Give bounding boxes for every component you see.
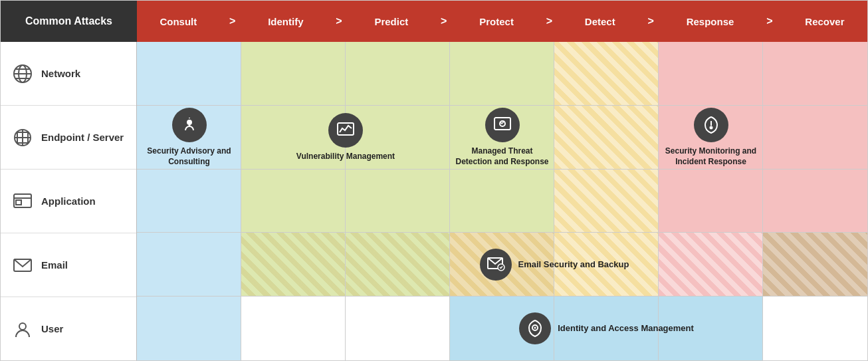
row-label-network: Network	[1, 42, 136, 106]
cell-r5-c1	[137, 297, 241, 360]
cell-r1-c7	[763, 42, 867, 106]
security-advisory-label: Security Advisory and Consulting	[142, 146, 236, 167]
endpoint-label: Endpoint / Server	[41, 132, 124, 143]
service-identity-access[interactable]: Identity and Access Management	[450, 297, 763, 360]
row-label-application: Application	[1, 170, 136, 233]
network-icon	[11, 62, 35, 86]
svg-point-23	[710, 127, 712, 129]
cell-r3-c5	[554, 170, 659, 233]
network-label: Network	[41, 68, 80, 79]
svg-point-16	[19, 323, 26, 330]
phase-predict: Predict	[374, 16, 408, 27]
header-row: Common Attacks Consult > Identify > Pred…	[1, 1, 867, 42]
cell-r4-c7	[763, 233, 867, 297]
vulnerability-mgmt-icon	[328, 113, 363, 148]
security-monitoring-icon	[694, 108, 728, 142]
email-security-icon	[480, 249, 512, 281]
svg-rect-14	[16, 200, 21, 205]
content-area: Network Endpoint / Server	[1, 42, 867, 360]
row-label-email: Email	[1, 233, 136, 297]
row-labels: Network Endpoint / Server	[1, 42, 137, 360]
email-icon	[11, 253, 35, 277]
row-label-user: User	[1, 297, 136, 360]
cell-r5-c7	[763, 297, 867, 360]
svg-point-18	[188, 124, 190, 126]
phase-protect: Protect	[479, 16, 514, 27]
service-security-advisory[interactable]: Security Advisory and Consulting	[137, 42, 241, 233]
grid-wrapper: Security Advisory and Consulting Vulnera…	[137, 42, 867, 360]
user-label: User	[41, 323, 63, 334]
arrow-3: >	[441, 15, 447, 27]
identity-access-icon	[519, 312, 551, 344]
arrow-5: >	[648, 15, 654, 27]
arrow-2: >	[336, 15, 342, 27]
corner-text: Common Attacks	[25, 15, 112, 27]
email-label: Email	[41, 259, 68, 271]
endpoint-icon	[11, 126, 35, 150]
arrow-6: >	[766, 15, 772, 27]
service-vulnerability-mgmt[interactable]: Vulnerability Management	[241, 42, 450, 233]
identity-access-label: Identity and Access Management	[558, 323, 694, 334]
application-label: Application	[41, 195, 96, 207]
user-icon	[11, 317, 35, 341]
svg-point-27	[534, 327, 536, 329]
service-security-monitoring[interactable]: Security Monitoring and Incident Respons…	[659, 42, 763, 233]
cell-r3-c7	[763, 170, 867, 233]
vulnerability-mgmt-label: Vulnerability Management	[296, 152, 395, 162]
service-managed-threat[interactable]: Managed Threat Detection and Response	[450, 42, 554, 233]
cell-r4-c1	[137, 233, 241, 297]
phase-response: Response	[687, 16, 734, 27]
security-monitoring-label: Security Monitoring and Incident Respons…	[664, 146, 758, 167]
matrix-container: Common Attacks Consult > Identify > Pred…	[0, 0, 868, 361]
phase-detect: Detect	[585, 16, 615, 27]
service-email-security[interactable]: Email Security and Backup	[346, 233, 763, 297]
arrow-1: >	[229, 15, 235, 27]
phase-consult: Consult	[160, 16, 197, 27]
cell-r2-c5	[554, 106, 659, 170]
cell-r5-c3	[346, 297, 450, 360]
phase-identify: Identify	[268, 16, 303, 27]
managed-threat-icon	[485, 108, 520, 142]
arrow-4: >	[546, 15, 552, 27]
email-security-label: Email Security and Backup	[518, 259, 629, 271]
application-icon	[11, 189, 35, 213]
phase-recover: Recover	[805, 16, 844, 27]
cell-r4-c2	[241, 233, 346, 297]
phases-header: Consult > Identify > Predict > Protect >…	[137, 1, 867, 42]
security-advisory-icon	[172, 108, 207, 142]
cell-r1-c5	[554, 42, 659, 106]
row-label-endpoint: Endpoint / Server	[1, 106, 136, 170]
cell-r5-c2	[241, 297, 346, 360]
corner-label: Common Attacks	[1, 1, 137, 42]
managed-threat-label: Managed Threat Detection and Response	[455, 146, 549, 167]
cell-r2-c7	[763, 106, 867, 170]
